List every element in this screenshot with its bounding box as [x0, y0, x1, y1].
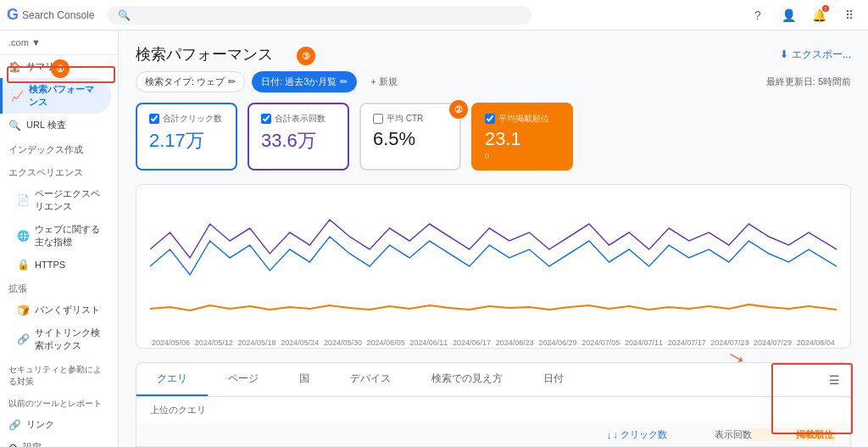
- https-icon: 🔒: [17, 259, 30, 271]
- sidebar-label-links: リンク: [26, 418, 54, 431]
- clicks-label: 合計クリック数: [163, 113, 222, 125]
- sidebar-item-url-inspection[interactable]: 🔍 URL 検査: [0, 114, 111, 137]
- topbar-icons: ? 👤 🔔1 ⠿: [746, 3, 861, 27]
- table-container: 上位のクエリ ↓ ↓ クリック数 表示回数 掲載順位: [136, 397, 851, 447]
- sidebar-label-sitelinks: サイトリンク検索ボックス: [35, 327, 103, 352]
- search-input[interactable]: [136, 10, 521, 20]
- section-experience: エクスペリエンス: [0, 159, 118, 182]
- search-icon: 🔍: [118, 9, 131, 21]
- position-checkbox[interactable]: [485, 114, 495, 124]
- url-icon: 🔍: [8, 120, 21, 131]
- sidebar-label-page-exp: ページエクスペリエンス: [35, 187, 103, 213]
- filter-type[interactable]: 検索タイプ: ウェブ ✏: [136, 71, 245, 92]
- tab-query[interactable]: クエリ: [136, 363, 208, 396]
- settings-icon: ⚙: [8, 442, 18, 448]
- filter-icon-btn[interactable]: ☰: [819, 363, 850, 396]
- domain-selector[interactable]: .com ▼: [0, 31, 118, 55]
- tab-device[interactable]: デバイス: [330, 363, 411, 396]
- last-updated: 最終更新日: 5時間前: [766, 75, 851, 88]
- metric-ctr[interactable]: 平均 CTR 6.5%: [359, 103, 461, 170]
- notifications-icon[interactable]: 🔔1: [807, 3, 831, 27]
- table-header: ↓ ↓ クリック数 表示回数 掲載順位: [136, 423, 850, 447]
- impressions-checkbox[interactable]: [261, 114, 271, 124]
- links-icon: 🔗: [8, 419, 21, 431]
- metric-position[interactable]: 平均掲載順位 23.1 0: [471, 103, 573, 170]
- export-icon: ⬇: [780, 48, 788, 60]
- app-name: Search Console: [22, 9, 94, 21]
- google-g: G: [7, 6, 19, 24]
- app-logo: G Search Console: [7, 6, 94, 24]
- sidebar-item-summary[interactable]: 🏠 サマリー: [0, 55, 111, 78]
- layout: .com ▼ 🏠 サマリー 📈 検索パフォーマンス 🔍 URL 検査 インデック…: [0, 0, 868, 447]
- chart-container: 2024/05/062024/05/122024/05/182024/05/24…: [136, 184, 851, 349]
- search-bar[interactable]: 🔍: [108, 6, 531, 25]
- sidebar: .com ▼ 🏠 サマリー 📈 検索パフォーマンス 🔍 URL 検査 インデック…: [0, 31, 119, 447]
- help-icon[interactable]: ?: [746, 3, 770, 27]
- sidebar-item-links[interactable]: 🔗 リンク: [0, 413, 111, 436]
- tab-page[interactable]: ページ: [208, 363, 279, 396]
- sidebar-item-search-performance[interactable]: 📈 検索パフォーマンス: [0, 78, 111, 114]
- th-position: 掲載順位: [752, 428, 837, 441]
- main-content: 検索パフォーマンス ⬇ エクスポー... 検索タイプ: ウェブ ✏ 日付: 過去…: [119, 31, 868, 447]
- add-filter-button[interactable]: + 新規: [364, 72, 403, 92]
- edit-icon: ✏: [228, 76, 236, 87]
- tab-search-appearance[interactable]: 検索での見え方: [411, 363, 523, 396]
- filter-date[interactable]: 日付: 過去3か月覧 ✏: [252, 71, 357, 92]
- th-clicks: ↓ ↓ クリック数: [582, 428, 667, 441]
- filter-date-label: 日付: 過去3か月覧: [261, 75, 337, 88]
- edit-icon-date: ✏: [340, 76, 348, 87]
- export-label: エクスポー...: [792, 47, 851, 62]
- ctr-checkbox[interactable]: [373, 114, 383, 124]
- sidebar-label-summary: サマリー: [26, 60, 64, 73]
- sidebar-label-https: HTTPS: [35, 260, 65, 270]
- chart-svg: [150, 198, 837, 334]
- tab-country[interactable]: 国: [279, 363, 330, 396]
- page-exp-icon: 📄: [17, 194, 30, 206]
- clicks-value: 2.17万: [149, 128, 224, 154]
- sidebar-label-url: URL 検査: [26, 119, 66, 131]
- export-button[interactable]: ⬇ エクスポー...: [780, 47, 851, 62]
- ctr-label: 平均 CTR: [387, 113, 423, 125]
- section-enhancements: 拡張: [0, 276, 118, 299]
- user-icon[interactable]: 👤: [776, 3, 800, 27]
- section-security: セキュリティと参勤による対策: [0, 357, 118, 391]
- position-value: 23.1: [485, 128, 559, 150]
- impressions-label: 合計表示回数: [275, 113, 326, 125]
- sitelinks-icon: 🔗: [17, 333, 30, 345]
- sidebar-item-breadcrumb[interactable]: 🍞 パンくずリスト: [0, 299, 111, 321]
- page-header: 検索パフォーマンス ⬇ エクスポー...: [136, 44, 851, 64]
- sidebar-item-settings[interactable]: ⚙ 設定: [0, 436, 111, 447]
- section-index: インデックス作成: [0, 137, 118, 159]
- metrics-row: 合計クリック数 2.17万 合計表示回数 33.6万 平均 CTR 6.5%: [136, 103, 851, 170]
- sidebar-item-page-exp[interactable]: 📄 ページエクスペリエンス: [0, 182, 111, 218]
- th-query: [150, 428, 582, 441]
- breadcrumb-icon: 🍞: [17, 305, 30, 316]
- sidebar-label-performance: 検索パフォーマンス: [29, 83, 103, 109]
- tab-date[interactable]: 日付: [523, 363, 584, 396]
- web-vitals-icon: 🌐: [17, 230, 30, 242]
- position-label: 平均掲載順位: [498, 113, 549, 125]
- add-filter-label: + 新規: [370, 75, 397, 88]
- sidebar-item-web-vitals[interactable]: 🌐 ウェブに関する主な指標: [0, 218, 111, 254]
- page-title: 検索パフォーマンス: [136, 44, 273, 64]
- domain-label: .com ▼: [8, 37, 41, 47]
- metric-clicks[interactable]: 合計クリック数 2.17万: [136, 103, 237, 170]
- metric-impressions[interactable]: 合計表示回数 33.6万: [248, 103, 349, 170]
- apps-icon[interactable]: ⠿: [837, 3, 861, 27]
- ctr-value: 6.5%: [373, 128, 448, 150]
- topbar: G Search Console 🔍 ? 👤 🔔1 ⠿: [0, 0, 868, 31]
- section-legacy: 以前のツールとレポート: [0, 391, 118, 413]
- summary-icon: 🏠: [8, 61, 21, 73]
- filter-icon[interactable]: ☰: [829, 373, 840, 387]
- tabs-bar: クエリ ページ 国 デバイス 検索での見え方 日付 ☰: [136, 362, 851, 397]
- x-axis-labels: 2024/05/062024/05/122024/05/182024/05/24…: [150, 338, 837, 347]
- filter-type-label: 検索タイプ: ウェブ: [145, 75, 225, 88]
- sidebar-item-https[interactable]: 🔒 HTTPS: [0, 254, 111, 276]
- clicks-checkbox[interactable]: [149, 114, 159, 124]
- sidebar-item-sitelinks[interactable]: 🔗 サイトリンク検索ボックス: [0, 321, 111, 357]
- sidebar-label-breadcrumb: パンくずリスト: [35, 304, 100, 316]
- filter-bar: 検索タイプ: ウェブ ✏ 日付: 過去3か月覧 ✏ + 新規 最終更新日: 5時…: [136, 71, 851, 92]
- sidebar-label-settings: 設定: [23, 441, 42, 447]
- performance-icon: 📈: [11, 90, 24, 102]
- th-impressions: 表示回数: [667, 428, 752, 441]
